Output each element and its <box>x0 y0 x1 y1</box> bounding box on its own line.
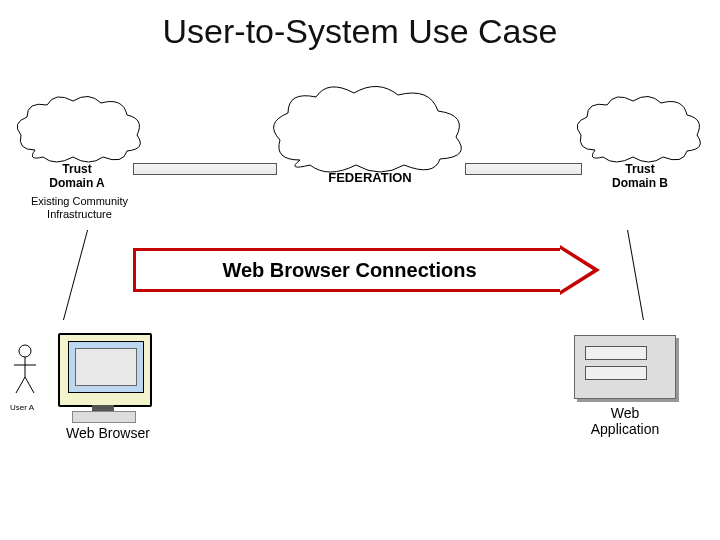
monitor-screen <box>68 341 144 393</box>
connector-federation-to-b <box>465 163 582 175</box>
monitor-icon <box>58 333 152 407</box>
user-icon <box>10 343 40 399</box>
server-slot <box>585 346 647 360</box>
cloud-trust-domain-a <box>15 95 145 165</box>
label-existing-infrastructure: Existing CommunityInfrastructure <box>12 195 147 220</box>
arrow-label: Web Browser Connections <box>133 248 563 292</box>
diagram-title: User-to-System Use Case <box>0 12 720 51</box>
window-icon <box>75 348 137 386</box>
assoc-line-app <box>627 230 644 320</box>
assoc-line-user <box>63 230 88 320</box>
svg-line-3 <box>16 377 25 393</box>
keyboard-icon <box>72 411 136 423</box>
server-slot <box>585 366 647 380</box>
label-federation: FEDERATION <box>290 170 450 186</box>
arrow-head-icon <box>560 245 600 295</box>
server-group: WebApplication <box>570 335 720 475</box>
cloud-trust-domain-b <box>575 95 705 165</box>
client-group: User A Web Browser <box>10 325 190 465</box>
label-web-application: WebApplication <box>570 405 680 437</box>
svg-point-0 <box>19 345 31 357</box>
label-trust-domain-a: TrustDomain A <box>22 162 132 191</box>
label-trust-domain-b: TrustDomain B <box>590 162 690 191</box>
server-icon <box>574 335 676 399</box>
cloud-federation <box>270 85 470 175</box>
arrow-web-browser-connections: Web Browser Connections <box>133 248 603 292</box>
label-web-browser: Web Browser <box>58 425 158 441</box>
svg-line-4 <box>25 377 34 393</box>
label-user-a: User A <box>10 403 34 412</box>
connector-a-to-federation <box>133 163 277 175</box>
